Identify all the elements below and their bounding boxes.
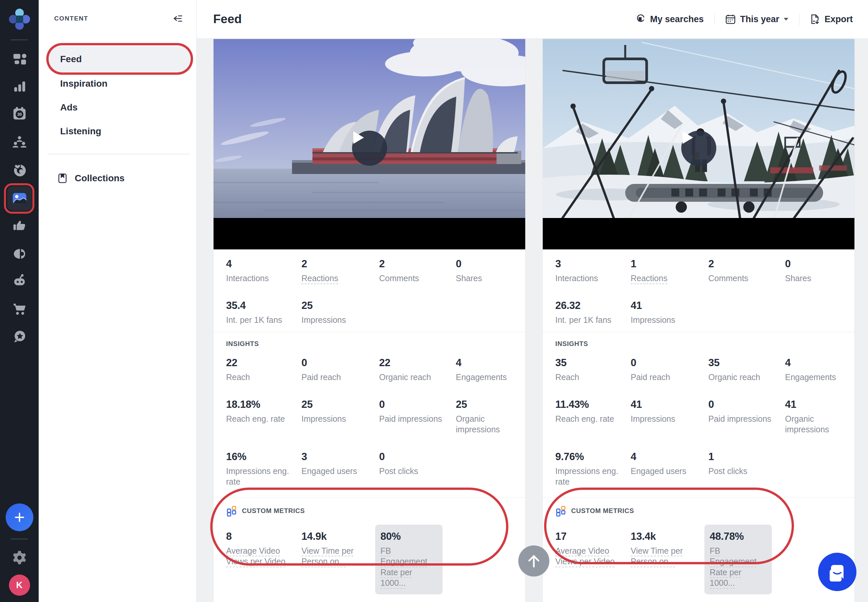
ecommerce-icon[interactable]: [12, 302, 27, 316]
app-logo[interactable]: [9, 8, 31, 30]
insight-value: 22: [226, 357, 302, 369]
my-searches-button[interactable]: My searches: [636, 14, 704, 25]
custom-metric-label-tooltip[interactable]: View Time per Person on...: [302, 545, 363, 567]
sidebar-item-listening[interactable]: Listening: [60, 126, 101, 137]
custom-metrics-title: CUSTOM METRICS: [571, 507, 634, 514]
play-button[interactable]: [352, 131, 387, 166]
custom-metric-value: 80%: [380, 531, 437, 542]
rail-divider: [11, 39, 28, 40]
export-label: Export: [824, 14, 853, 25]
insight: 11.43%Reach eng. rate: [555, 399, 631, 435]
my-searches-label: My searches: [650, 14, 704, 25]
date-filter-button[interactable]: This year: [725, 14, 789, 25]
insight: 0Paid reach: [631, 357, 708, 383]
insight: 41Impressions: [631, 399, 708, 435]
insight-label: Impressions eng. rate: [226, 466, 295, 487]
calendar-30-icon[interactable]: 30: [12, 106, 27, 121]
insight-value: 4: [631, 451, 708, 463]
content-icon-active[interactable]: [7, 186, 32, 211]
calendar-icon: [725, 14, 736, 25]
scroll-to-top-button[interactable]: [518, 545, 550, 576]
sidebar-item-ads[interactable]: Ads: [60, 102, 78, 113]
metric: 3Interactions: [555, 258, 631, 284]
metric-label: Impressions: [302, 315, 371, 326]
metric: 26.32Int. per 1K fans: [555, 299, 631, 326]
insight: 9.76%Impressions eng. rate: [555, 451, 631, 487]
metric-value: 1: [631, 258, 708, 270]
custom-metric: 13.4kView Time per Person on...: [631, 525, 704, 567]
dashboard-icon[interactable]: [12, 52, 27, 66]
metric-label: Shares: [456, 273, 515, 284]
date-filter-label: This year: [740, 14, 779, 25]
custom-metric-value: 8: [226, 531, 302, 542]
video-thumbnail-opera-house: [214, 39, 525, 249]
listening-icon[interactable]: [12, 246, 27, 260]
metric-value: 26.32: [555, 299, 631, 312]
sidebar-item-inspiration[interactable]: Inspiration: [60, 78, 107, 89]
add-icon[interactable]: [6, 504, 34, 531]
sidebar-item-collections[interactable]: Collections: [57, 173, 125, 184]
letterbox: [214, 218, 525, 249]
rail-divider: [11, 539, 28, 539]
custom-metric-value: 14.9k: [302, 531, 375, 542]
sidebar-divider: [48, 154, 190, 155]
insight: 0Post clicks: [379, 451, 456, 487]
metric-label: Interactions: [555, 273, 625, 284]
likes-icon[interactable]: [12, 218, 27, 233]
insight-label: Reach eng. rate: [555, 413, 625, 424]
custom-metric-label-tooltip[interactable]: Average Video Views per Video: [555, 545, 626, 567]
engagement-icon[interactable]: [12, 163, 27, 177]
insight-value: 3: [302, 451, 379, 463]
metric-label: Interactions: [226, 273, 295, 284]
letterbox: [543, 218, 854, 249]
insight: 22Reach: [226, 357, 302, 383]
insight: 4Engagements: [785, 357, 845, 383]
metric: 1Reactions: [631, 258, 708, 284]
avatar[interactable]: K: [9, 574, 30, 596]
play-button[interactable]: [681, 131, 716, 166]
custom-metric-label-tooltip[interactable]: Average Video Views per Video: [226, 545, 297, 567]
insight-label: Post clicks: [379, 466, 449, 477]
metric-label-tooltip[interactable]: Reactions: [302, 273, 371, 284]
custom-metric: 14.9kView Time per Person on...: [302, 525, 375, 567]
metric: 4Interactions: [226, 258, 302, 284]
custom-metric-label-tooltip[interactable]: FB Engagement Rate per 1000...: [710, 545, 767, 588]
insight-value: 11.43%: [555, 399, 631, 410]
metric-label-tooltip[interactable]: Reactions: [631, 273, 700, 284]
insight: 35Reach: [555, 357, 631, 383]
custom-metric-label-tooltip[interactable]: View Time per Person on...: [631, 545, 692, 567]
metric-value: 4: [226, 258, 302, 270]
insight-value: 25: [302, 399, 379, 410]
insight-label: Reach eng. rate: [226, 413, 295, 424]
insight-value: 25: [456, 399, 515, 410]
custom-metric: 8Average Video Views per Video: [226, 525, 302, 567]
insight: 3Engaged users: [302, 451, 379, 487]
metric-value: 2: [379, 258, 456, 270]
stats-section: 3Interactions 1Reactions 2Comments 0Shar…: [543, 249, 854, 332]
reviews-icon[interactable]: [12, 329, 27, 344]
insight: 0Paid impressions: [379, 399, 456, 435]
team-icon[interactable]: [12, 135, 27, 149]
analytics-icon[interactable]: [12, 79, 27, 94]
collapse-sidebar-icon[interactable]: [173, 13, 183, 24]
insight-value: 0: [379, 451, 456, 463]
metric-value: 0: [785, 258, 845, 270]
insight: 1Post clicks: [708, 451, 785, 487]
insight-label: Paid impressions: [379, 413, 449, 424]
insight-label: Impressions: [631, 413, 700, 424]
custom-metric-label-tooltip[interactable]: FB Engagement Rate per 1000...: [380, 545, 437, 588]
insight-label: Paid impressions: [708, 413, 778, 424]
sidebar-item-feed[interactable]: Feed: [48, 46, 191, 72]
export-button[interactable]: Export: [810, 14, 853, 25]
settings-icon[interactable]: [12, 550, 27, 565]
insight-value: 0: [302, 357, 379, 369]
insight-label: Reach: [555, 372, 625, 383]
chat-widget-button[interactable]: [818, 553, 856, 591]
insight-label: Organic impressions: [785, 413, 842, 435]
bot-icon[interactable]: [12, 273, 27, 288]
insight-label: Organic reach: [379, 372, 449, 383]
stats-section: 4Interactions 2Reactions 2Comments 0Shar…: [214, 249, 525, 332]
video-thumbnail-ski-resort: [543, 39, 854, 249]
separator: [714, 13, 715, 25]
metric-value: 3: [555, 258, 631, 270]
